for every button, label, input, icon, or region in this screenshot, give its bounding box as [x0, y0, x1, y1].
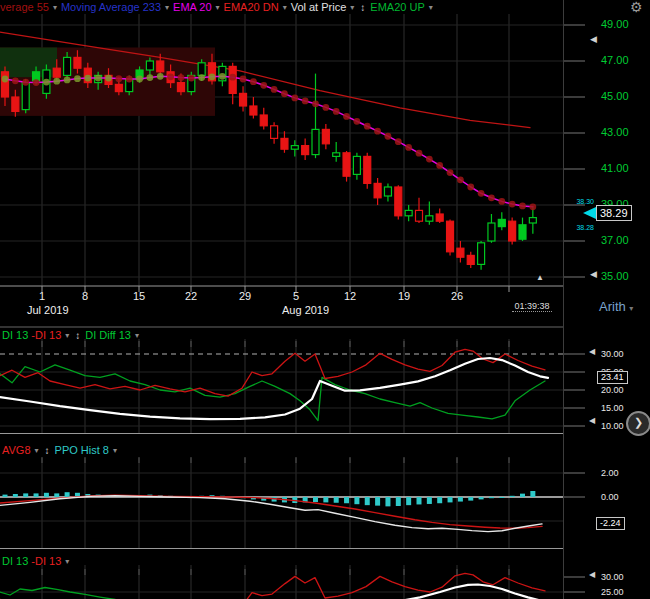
di-tick-label: 10.00	[601, 421, 624, 431]
price-tick-label: 49.00	[601, 18, 629, 30]
ema-down-dot	[488, 194, 495, 201]
ema-down-dot	[395, 138, 402, 145]
legend-item-ema20-dn[interactable]: EMA20 DN	[224, 1, 279, 13]
legend-item-avg8[interactable]: AVG8	[2, 444, 31, 456]
ema-up-dot	[157, 73, 164, 80]
legend-item--di-13[interactable]: -DI 13	[31, 329, 61, 341]
date-tick-label: 22	[179, 290, 203, 302]
chevron-down-icon[interactable]: ▾	[165, 3, 169, 12]
axis-scale-selector[interactable]: Arith ▾	[599, 299, 633, 314]
chevron-down-icon[interactable]: ▾	[65, 557, 69, 566]
candle-body	[250, 106, 257, 115]
legend-item--di-13[interactable]: -DI 13	[31, 555, 61, 567]
ema-down-dot	[302, 98, 309, 105]
ema-down-dot	[426, 156, 433, 163]
ema-down-dot	[447, 169, 454, 176]
ppo-hist-bar	[313, 497, 318, 502]
ppo-hist-bar	[375, 497, 380, 506]
chevron-down-icon[interactable]: ▾	[350, 3, 354, 12]
ppo-hist-bar	[448, 497, 453, 502]
legend-item-verage-55[interactable]: verage 55	[0, 1, 49, 13]
updown-icon[interactable]: ↕	[45, 445, 50, 456]
di-tick-label: 20.00	[601, 385, 624, 395]
candle-body	[509, 221, 516, 241]
ppo-hist-bar	[437, 497, 442, 503]
legend-item-moving-average-233[interactable]: Moving Average 233	[61, 1, 161, 13]
chevron-down-icon[interactable]: ▾	[283, 3, 287, 12]
di-panel-legend: DI 13-DI 13▾↕DI Diff 13▾	[2, 329, 140, 341]
chevron-down-icon[interactable]: ▾	[135, 331, 139, 340]
legend-item-di-diff-13[interactable]: DI Diff 13	[85, 329, 131, 341]
ema-down-dot	[126, 76, 133, 83]
ppo-hist-bar	[344, 497, 349, 503]
candle-body	[53, 68, 60, 77]
ema-down-dot	[229, 74, 236, 81]
di2-panel-legend: DI 13-DI 13▾	[2, 555, 70, 567]
ppo-hist-bar	[334, 497, 339, 503]
settings-icon[interactable]: ⚙	[630, 0, 643, 15]
legend-item-vol-at-price[interactable]: Vol at Price	[291, 1, 347, 13]
ema-up-dot	[198, 74, 205, 81]
chevron-down-icon[interactable]: ▾	[113, 446, 117, 455]
candle-body	[384, 187, 391, 196]
ema-down-dot	[478, 190, 485, 197]
date-tick-label: 15	[127, 290, 151, 302]
date-tick-label: 8	[73, 290, 97, 302]
charts-canvas[interactable]	[0, 0, 650, 599]
ema-down-dot	[33, 79, 40, 86]
chevron-down-icon[interactable]: ▾	[65, 331, 69, 340]
candle-body	[395, 187, 402, 216]
candle-body	[488, 223, 495, 241]
ppo-hist-bar	[530, 491, 535, 497]
candle-body	[281, 138, 288, 149]
ema-down-dot	[343, 113, 350, 120]
ema-down-dot	[250, 78, 257, 85]
updown-icon[interactable]: ↕	[75, 330, 80, 341]
bid-price-label: 38.30	[570, 198, 594, 205]
date-tick-label: 19	[392, 290, 416, 302]
candle-body	[322, 129, 329, 143]
updown-icon[interactable]: ↕	[360, 2, 365, 13]
chevron-down-icon[interactable]: ▾	[216, 3, 220, 12]
ema-up-dot	[74, 75, 81, 82]
chevron-down-icon[interactable]: ▾	[35, 446, 39, 455]
ema-up-dot	[2, 76, 9, 83]
chevron-down-icon[interactable]: ▾	[429, 3, 433, 12]
candle-body	[467, 255, 474, 264]
ema-down-dot	[436, 162, 443, 169]
ema-down-dot	[178, 74, 185, 81]
legend-item-di-13[interactable]: DI 13	[2, 555, 28, 567]
candle-body	[436, 214, 443, 221]
legend-item-ppo-hist-8[interactable]: PPO Hist 8	[55, 444, 109, 456]
candle-body	[177, 83, 184, 92]
ema-down-dot	[312, 100, 319, 107]
chevron-down-icon[interactable]: ▾	[53, 3, 57, 12]
candle-body	[426, 216, 433, 221]
candle-body	[447, 221, 454, 252]
candle-body	[64, 57, 71, 75]
ema-up-dot	[105, 75, 112, 82]
ppo-tick-label: 2.00	[601, 468, 619, 478]
candle-body	[2, 72, 9, 97]
legend-item-ema20-up[interactable]: EMA20 UP	[370, 1, 424, 13]
ppo-hist-bar	[499, 497, 504, 498]
chart-window: verage 55▾Moving Average 233▾EMA 20▾EMA2…	[0, 0, 650, 599]
main-legend: verage 55▾Moving Average 233▾EMA 20▾EMA2…	[0, 1, 434, 13]
candle-body	[405, 210, 412, 215]
ema-up-dot	[95, 75, 102, 82]
ema-down-dot	[385, 133, 392, 140]
ema-down-dot	[12, 77, 19, 84]
ema-up-dot	[64, 77, 71, 84]
ppo-hist-bar	[13, 494, 18, 497]
candle-body	[12, 97, 19, 111]
candle-body	[457, 248, 464, 257]
candle-body	[291, 146, 298, 150]
ppo-tick-label: 0.00	[601, 492, 619, 502]
axis-scale-label: Arith	[599, 299, 626, 314]
legend-item-di-13[interactable]: DI 13	[2, 329, 28, 341]
scroll-right-button[interactable]: ❯	[626, 411, 650, 436]
ppo-hist-bar	[23, 493, 28, 497]
ppo-hist-bar	[520, 494, 525, 497]
legend-item-ema-20[interactable]: EMA 20	[173, 1, 212, 13]
candle-body	[519, 225, 526, 239]
